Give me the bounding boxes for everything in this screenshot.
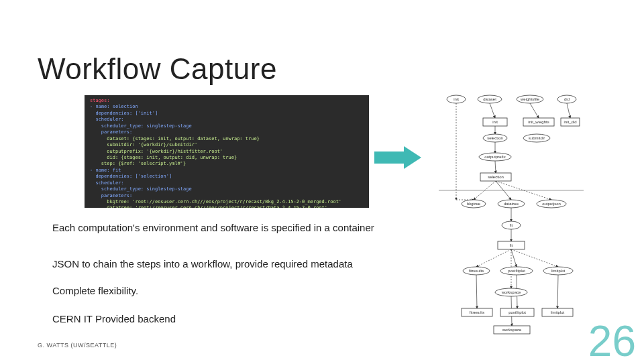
svg-text:submitdir: submitdir	[529, 136, 545, 140]
svg-line-13	[511, 249, 517, 267]
svg-text:outputjson: outputjson	[542, 202, 561, 206]
svg-text:bkgtree: bkgtree	[467, 202, 481, 206]
svg-text:init: init	[453, 97, 459, 101]
body-text-backend: CERN IT Provided backend	[52, 312, 388, 326]
svg-line-18	[557, 275, 558, 308]
svg-text:selection: selection	[487, 136, 503, 140]
body-text-container: Each computation's environment and softw…	[52, 221, 388, 235]
svg-text:postfitplot: postfitplot	[508, 310, 526, 314]
svg-marker-0	[374, 146, 421, 169]
svg-text:selection: selection	[488, 175, 504, 179]
svg-line-3	[567, 103, 570, 118]
svg-line-2	[530, 103, 539, 118]
svg-text:limitplot: limitplot	[551, 269, 566, 273]
svg-text:workspace: workspace	[501, 290, 521, 294]
svg-text:init: init	[492, 120, 498, 124]
arrow-icon	[374, 146, 421, 172]
page-number: 26	[588, 316, 636, 362]
svg-line-1	[490, 103, 495, 118]
svg-text:weightsfile: weightsfile	[520, 97, 540, 101]
svg-text:outputprefix: outputprefix	[484, 155, 505, 159]
workflow-dag-diagram: initdatasetweightsfiledidinitinit_weight…	[436, 86, 586, 354]
footer-author: G. WATTS (UW/SEATTLE)	[38, 342, 117, 349]
svg-text:did: did	[564, 97, 570, 101]
svg-text:workspace: workspace	[502, 328, 522, 332]
workflow-code-block: stages: - name: selection dependencies: …	[85, 95, 369, 208]
slide-title: Workflow Capture	[38, 52, 277, 86]
svg-text:fit: fit	[510, 223, 513, 227]
svg-text:dataset: dataset	[483, 97, 496, 101]
svg-text:datatree: datatree	[504, 202, 519, 206]
svg-text:limitplot: limitplot	[551, 310, 565, 314]
svg-line-12	[476, 249, 511, 267]
svg-text:init_weights: init_weights	[528, 120, 549, 124]
svg-line-14	[511, 249, 558, 267]
svg-line-6	[495, 161, 496, 173]
svg-text:fitresults: fitresults	[469, 269, 484, 273]
svg-text:init_did: init_did	[564, 120, 576, 124]
svg-line-16	[476, 275, 477, 308]
svg-text:fitresults: fitresults	[470, 310, 484, 314]
body-text-flex: Complete flexibility.	[52, 284, 388, 298]
svg-text:fit: fit	[510, 243, 513, 247]
svg-text:postfitplot: postfitplot	[508, 269, 525, 273]
body-text-json: JSON to chain the steps into a workflow,…	[52, 257, 428, 271]
